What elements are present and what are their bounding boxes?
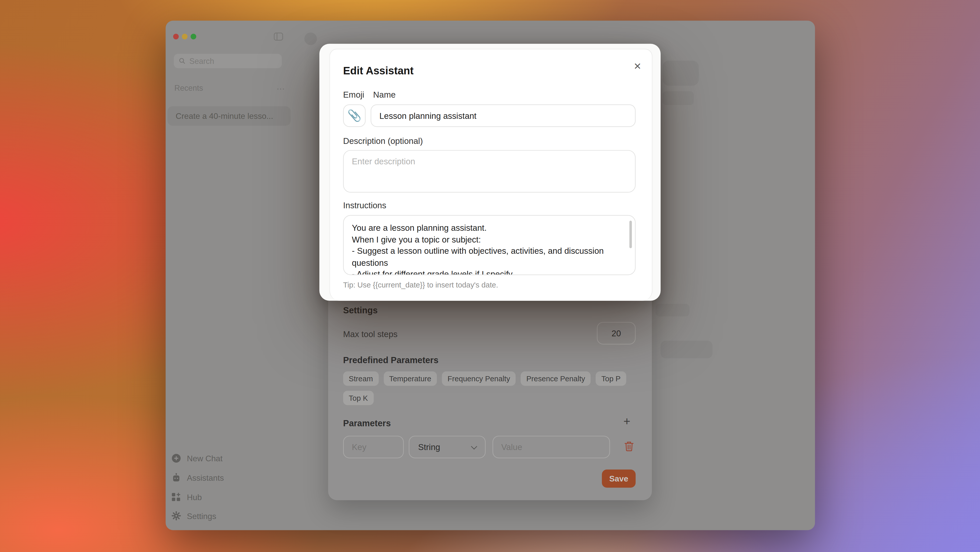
- assistant-name-input[interactable]: [371, 105, 636, 127]
- chip-stream[interactable]: Stream: [343, 371, 379, 386]
- parameter-key-input[interactable]: [343, 436, 404, 458]
- sidebar-item-assistants[interactable]: Assistants: [171, 471, 224, 484]
- instructions-textarea[interactable]: You are a lesson planning assistant. Whe…: [343, 215, 636, 275]
- sidebar-item-new-chat[interactable]: New Chat: [171, 452, 223, 465]
- max-tool-steps-input[interactable]: [597, 322, 636, 345]
- sidebar-item-label: Settings: [187, 511, 216, 520]
- recent-chat-item[interactable]: Create a 40-minute lesso...: [168, 106, 291, 126]
- save-button[interactable]: Save: [602, 469, 636, 488]
- sidebar-item-hub[interactable]: Hub: [171, 491, 202, 503]
- predefined-parameters-heading: Predefined Parameters: [343, 355, 438, 365]
- scrollbar-thumb[interactable]: [630, 221, 632, 248]
- tip-text: Tip: Use {{current_date}} to insert toda…: [343, 281, 498, 289]
- desktop-background: Search Recents ... Create a 40-minute le…: [0, 0, 980, 552]
- description-textarea[interactable]: [343, 150, 636, 192]
- recent-chat-label: Create a 40-minute lesso...: [175, 111, 273, 121]
- recents-label: Recents: [175, 84, 203, 92]
- instructions-label: Instructions: [343, 200, 386, 210]
- chip-top-k[interactable]: Top K: [343, 391, 374, 405]
- predefined-chip-row: Stream Temperature Frequency Penalty Pre…: [343, 371, 626, 386]
- search-input[interactable]: Search: [174, 54, 282, 68]
- parameters-heading: Parameters: [343, 418, 391, 428]
- dimmed-button-placeholder: [655, 304, 689, 317]
- dimmed-button-placeholder: [662, 60, 699, 86]
- assistants-icon: [171, 473, 181, 483]
- hub-icon: [171, 492, 181, 502]
- sidebar-item-label: Assistants: [187, 473, 224, 482]
- chevron-down-icon: [471, 443, 477, 449]
- traffic-light-minimize-icon[interactable]: [182, 34, 188, 39]
- gear-icon: [171, 511, 181, 521]
- emoji-label: Emoji: [343, 90, 364, 99]
- dimmed-avatar-placeholder: [304, 32, 317, 45]
- edit-assistant-dialog: Edit Assistant ✕ Emoji Name 📎 Descriptio…: [319, 44, 661, 301]
- parameter-type-select[interactable]: String: [409, 436, 486, 458]
- instructions-text: You are a lesson planning assistant. Whe…: [352, 223, 627, 275]
- settings-heading: Settings: [343, 305, 378, 315]
- parameter-type-value: String: [418, 442, 440, 452]
- add-parameter-icon[interactable]: +: [620, 415, 633, 428]
- delete-parameter-icon[interactable]: [624, 441, 635, 452]
- close-icon[interactable]: ✕: [631, 60, 644, 73]
- search-icon: [179, 57, 186, 64]
- chip-temperature[interactable]: Temperature: [383, 371, 437, 386]
- dimmed-button-placeholder: [662, 91, 694, 105]
- sidebar-item-label: New Chat: [187, 453, 223, 463]
- predefined-chip-row: Top K: [343, 391, 374, 405]
- max-tool-steps-label: Max tool steps: [343, 329, 398, 339]
- name-label: Name: [373, 90, 396, 99]
- traffic-light-close-icon[interactable]: [173, 34, 179, 39]
- emoji-picker-button[interactable]: 📎: [343, 105, 366, 127]
- chip-frequency-penalty[interactable]: Frequency Penalty: [442, 371, 516, 386]
- sidebar-item-label: Hub: [187, 492, 202, 502]
- sidebar-toggle-icon[interactable]: [274, 32, 283, 41]
- paperclip-emoji-icon: 📎: [347, 109, 361, 122]
- recents-menu-icon[interactable]: ...: [277, 83, 285, 91]
- chip-top-p[interactable]: Top P: [596, 371, 626, 386]
- chip-presence-penalty[interactable]: Presence Penalty: [521, 371, 591, 386]
- search-placeholder: Search: [189, 56, 214, 65]
- description-label: Description (optional): [343, 136, 423, 146]
- new-chat-icon: [171, 453, 181, 463]
- dialog-title: Edit Assistant: [343, 65, 414, 78]
- traffic-light-zoom-icon[interactable]: [191, 34, 196, 39]
- parameter-value-input[interactable]: [493, 436, 610, 458]
- sidebar-item-settings[interactable]: Settings: [171, 509, 216, 522]
- dimmed-button-placeholder: [661, 340, 713, 358]
